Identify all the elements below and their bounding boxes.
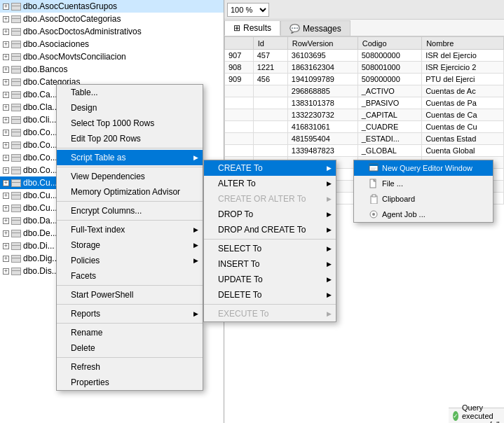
table-row: 90745736103695508000000ISR del Ejercio (225, 50, 504, 62)
submenu-arrow-icon: ▶ (327, 310, 332, 317)
menu-item-refresh[interactable]: Refresh (57, 359, 203, 375)
tree-label: dbo.Co... (23, 127, 57, 137)
tree-item-asociaciones[interactable]: + dbo.Asociaciones (0, 38, 224, 50)
tree-item-asocdoctocategorias[interactable]: + dbo.AsocDoctoCategorias (0, 13, 224, 25)
table-icon (11, 217, 21, 225)
col-header-nombre: Nombre (422, 37, 504, 50)
menu-item-script-table[interactable]: Script Table as ▶ (57, 150, 203, 165)
table-icon (11, 41, 21, 48)
menu-item-design[interactable]: Design (57, 100, 203, 116)
menu-item-delete-to[interactable]: DELETE To ▶ (204, 287, 336, 303)
table-icon (11, 129, 21, 137)
menu-label: Full-Text index (71, 225, 125, 235)
menu-item-storage[interactable]: Storage ▶ (57, 237, 203, 253)
menu-item-edit-top[interactable]: Edit Top 200 Rows (57, 131, 203, 146)
table-icon (11, 66, 21, 74)
menu-item-delete[interactable]: Delete (57, 340, 203, 356)
tree-label: dbo.Co... (23, 140, 57, 150)
expand-icon: + (3, 79, 9, 85)
tab-messages[interactable]: 💬 Messages (280, 20, 350, 36)
menu-item-properties[interactable]: Properties (57, 375, 203, 390)
menu-item-view-dependencies[interactable]: View Dependencies (57, 169, 203, 184)
menu-item-fulltext-index[interactable]: Full-Text index ▶ (57, 222, 203, 237)
table-icon (11, 116, 21, 124)
submenu-arrow-icon: ▶ (327, 211, 332, 218)
expand-icon: + (3, 268, 9, 275)
submenu-arrow-icon: ▶ (327, 261, 332, 268)
expand-icon: + (3, 4, 9, 10)
tree-item-asoccuentasgrupos[interactable]: + dbo.AsocCuentasGrupos (0, 0, 224, 13)
menu-separator-5 (57, 285, 203, 286)
table-row: 1339487823_GLOBALCuenta Global (225, 145, 504, 157)
submenu-arrow-icon: ▶ (327, 195, 332, 202)
menu-item-drop-and-create[interactable]: DROP And CREATE To ▶ (204, 222, 336, 237)
menu-label: Properties (71, 377, 109, 387)
expand-icon: + (3, 130, 9, 136)
table-icon (11, 104, 21, 111)
svg-point-8 (372, 213, 375, 216)
expand-icon: + (3, 142, 9, 148)
menu-label: Reports (71, 309, 100, 319)
menu-item-drop-to[interactable]: DROP To ▶ (204, 207, 336, 222)
tree-label: dbo.Da... (23, 216, 57, 226)
menu-label: CREATE OR ALTER To (218, 194, 306, 204)
menu-separator-2 (57, 167, 203, 167)
menu-item-encrypt-columns[interactable]: Encrypt Columns... (57, 203, 203, 219)
menu-item-reports[interactable]: Reports ▶ (57, 306, 203, 321)
menu-item-table[interactable]: Table... (57, 85, 203, 100)
menu-label: Edit Top 200 Rows (71, 134, 141, 144)
menu-item-memory-advisor[interactable]: Memory Optimization Advisor (57, 184, 203, 200)
zoom-select[interactable]: 100 % (227, 3, 269, 17)
menu-item-update-to[interactable]: UPDATE To ▶ (204, 272, 336, 287)
menu-separator-8 (57, 357, 203, 358)
menu-item-create-or-alter: CREATE OR ALTER To ▶ (204, 191, 336, 207)
menu-item-select-top[interactable]: Select Top 1000 Rows (57, 116, 203, 131)
tree-label: dbo.Ca... (23, 90, 57, 99)
menu-item-file[interactable]: File ... (354, 176, 493, 191)
menu-label: Start PowerShell (71, 290, 133, 300)
menu-item-alter-to[interactable]: ALTER To ▶ (204, 176, 336, 191)
tree-label: dbo.Di... (23, 241, 55, 251)
tree-label: dbo.De... (23, 228, 57, 238)
tab-results[interactable]: ⊞ Results (224, 20, 280, 36)
expand-icon: + (3, 243, 9, 249)
menu-item-select-to[interactable]: SELECT To ▶ (204, 241, 336, 256)
tree-label: dbo.AsocCuentasGrupos (23, 1, 117, 11)
menu-item-start-powershell[interactable]: Start PowerShell (57, 287, 203, 303)
menu-item-agent-job[interactable]: Agent Job ... (354, 207, 493, 222)
table-row: 416831061_CUADRECuentas de Cu (225, 121, 504, 133)
expand-icon: + (3, 205, 9, 212)
svg-rect-5 (371, 196, 377, 204)
menu-separator-4 (57, 220, 203, 221)
tree-label: dbo.Cu... (23, 190, 57, 200)
menu-item-new-query-editor[interactable]: New Query Editor Window (354, 160, 493, 176)
table-icon (11, 255, 21, 263)
menu-item-insert-to[interactable]: INSERT To ▶ (204, 256, 336, 272)
menu-separator-1 (57, 148, 203, 148)
menu-label: Delete (71, 343, 95, 353)
svg-rect-6 (372, 195, 376, 197)
menu-item-policies[interactable]: Policies ▶ (57, 253, 203, 268)
tree-item-asocdoctosadm[interactable]: + dbo.AsocDoctosAdministrativos (0, 25, 224, 38)
table-icon (11, 268, 21, 275)
tree-item-asocmovtsconciliacion[interactable]: + dbo.AsocMovtsConciliacion (0, 50, 224, 63)
menu-label: Storage (71, 240, 100, 250)
menu-label: Agent Job ... (382, 210, 425, 219)
table-icon (11, 167, 21, 174)
menu-item-clipboard[interactable]: Clipboard (354, 191, 493, 207)
clipboard-icon (368, 193, 379, 204)
menu-item-facets[interactable]: Facets (57, 268, 203, 284)
menu-separator-7 (57, 323, 203, 324)
menu-label: Rename (71, 328, 102, 338)
tree-label: dbo.Cli... (23, 115, 56, 125)
menu-item-create-to[interactable]: CREATE To ▶ (204, 160, 336, 176)
expand-icon: + (3, 54, 9, 60)
tab-messages-label: Messages (303, 24, 341, 34)
submenu-arrow-icon: ▶ (193, 242, 198, 249)
table-icon (11, 192, 21, 200)
menu-item-rename[interactable]: Rename (57, 325, 203, 340)
table-icon (11, 230, 21, 237)
table-icon (11, 179, 21, 187)
tree-item-bancos[interactable]: + dbo.Bancos (0, 63, 224, 76)
submenu-arrow-icon: ▶ (327, 245, 332, 252)
